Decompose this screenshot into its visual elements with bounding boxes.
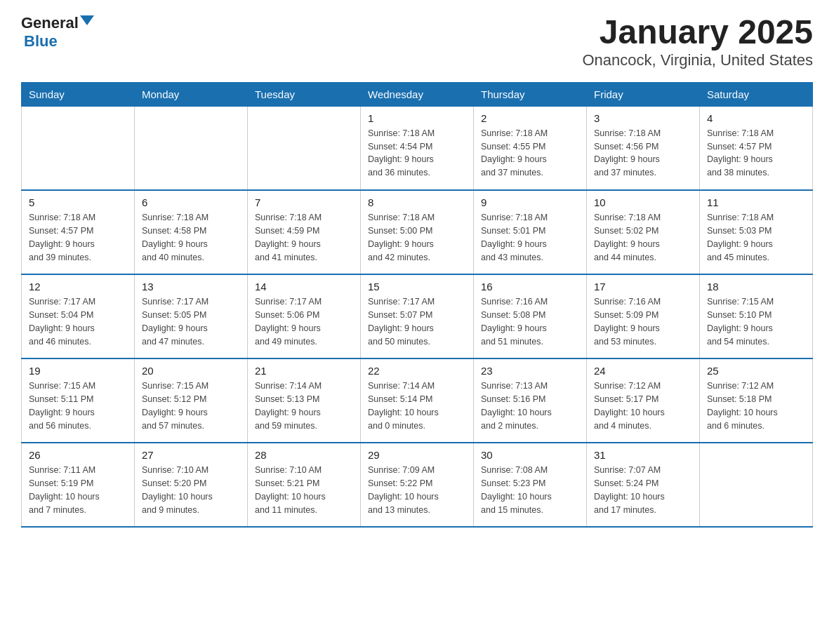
- calendar-table: SundayMondayTuesdayWednesdayThursdayFrid…: [21, 82, 813, 528]
- day-info: Sunrise: 7:18 AM Sunset: 4:56 PM Dayligh…: [594, 127, 692, 180]
- calendar-day-cell: [700, 443, 813, 527]
- calendar-day-cell: [135, 106, 248, 190]
- calendar-day-cell: 27Sunrise: 7:10 AM Sunset: 5:20 PM Dayli…: [135, 443, 248, 527]
- calendar-day-cell: 18Sunrise: 7:15 AM Sunset: 5:10 PM Dayli…: [700, 274, 813, 358]
- day-info: Sunrise: 7:09 AM Sunset: 5:22 PM Dayligh…: [368, 464, 466, 516]
- calendar-day-cell: 23Sunrise: 7:13 AM Sunset: 5:16 PM Dayli…: [474, 358, 587, 443]
- day-info: Sunrise: 7:18 AM Sunset: 4:57 PM Dayligh…: [29, 211, 127, 264]
- calendar-day-cell: 14Sunrise: 7:17 AM Sunset: 5:06 PM Dayli…: [248, 274, 361, 358]
- day-number: 12: [29, 281, 127, 293]
- calendar-day-cell: 22Sunrise: 7:14 AM Sunset: 5:14 PM Dayli…: [361, 358, 474, 443]
- day-info: Sunrise: 7:14 AM Sunset: 5:14 PM Dayligh…: [368, 380, 466, 432]
- calendar-day-cell: 5Sunrise: 7:18 AM Sunset: 4:57 PM Daylig…: [22, 190, 135, 274]
- calendar-day-cell: 1Sunrise: 7:18 AM Sunset: 4:54 PM Daylig…: [361, 106, 474, 190]
- day-info: Sunrise: 7:17 AM Sunset: 5:05 PM Dayligh…: [142, 295, 240, 348]
- day-info: Sunrise: 7:08 AM Sunset: 5:23 PM Dayligh…: [481, 464, 579, 516]
- day-info: Sunrise: 7:12 AM Sunset: 5:18 PM Dayligh…: [707, 380, 805, 432]
- calendar-day-cell: 16Sunrise: 7:16 AM Sunset: 5:08 PM Dayli…: [474, 274, 587, 358]
- calendar-day-cell: 8Sunrise: 7:18 AM Sunset: 5:00 PM Daylig…: [361, 190, 474, 274]
- calendar-day-cell: 11Sunrise: 7:18 AM Sunset: 5:03 PM Dayli…: [700, 190, 813, 274]
- day-number: 13: [142, 281, 240, 293]
- day-info: Sunrise: 7:18 AM Sunset: 5:00 PM Dayligh…: [368, 211, 466, 264]
- day-info: Sunrise: 7:10 AM Sunset: 5:20 PM Dayligh…: [142, 464, 240, 516]
- calendar-day-cell: 26Sunrise: 7:11 AM Sunset: 5:19 PM Dayli…: [22, 443, 135, 527]
- day-info: Sunrise: 7:18 AM Sunset: 4:55 PM Dayligh…: [481, 127, 579, 180]
- day-number: 5: [29, 196, 127, 208]
- calendar-day-cell: [248, 106, 361, 190]
- day-number: 31: [594, 449, 692, 461]
- page-subtitle: Onancock, Virginia, United States: [582, 51, 813, 69]
- day-number: 20: [142, 365, 240, 377]
- day-info: Sunrise: 7:16 AM Sunset: 5:09 PM Dayligh…: [594, 295, 692, 348]
- day-number: 26: [29, 449, 127, 461]
- calendar-day-cell: 17Sunrise: 7:16 AM Sunset: 5:09 PM Dayli…: [587, 274, 700, 358]
- day-number: 6: [142, 196, 240, 208]
- day-number: 1: [368, 112, 466, 124]
- calendar-day-cell: 2Sunrise: 7:18 AM Sunset: 4:55 PM Daylig…: [474, 106, 587, 190]
- day-number: 3: [594, 112, 692, 124]
- calendar-day-cell: [22, 106, 135, 190]
- calendar-day-cell: 19Sunrise: 7:15 AM Sunset: 5:11 PM Dayli…: [22, 358, 135, 443]
- day-info: Sunrise: 7:17 AM Sunset: 5:06 PM Dayligh…: [255, 295, 353, 348]
- logo-text-blue: Blue: [24, 32, 58, 50]
- logo: General Blue: [21, 14, 94, 51]
- day-number: 16: [481, 281, 579, 293]
- day-number: 9: [481, 196, 579, 208]
- day-number: 18: [707, 281, 805, 293]
- logo-text-general: General: [21, 14, 79, 32]
- calendar-day-cell: 15Sunrise: 7:17 AM Sunset: 5:07 PM Dayli…: [361, 274, 474, 358]
- day-info: Sunrise: 7:11 AM Sunset: 5:19 PM Dayligh…: [29, 464, 127, 516]
- day-info: Sunrise: 7:13 AM Sunset: 5:16 PM Dayligh…: [481, 380, 579, 432]
- calendar-weekday-header: Sunday: [22, 82, 135, 106]
- calendar-day-cell: 9Sunrise: 7:18 AM Sunset: 5:01 PM Daylig…: [474, 190, 587, 274]
- day-number: 10: [594, 196, 692, 208]
- day-info: Sunrise: 7:18 AM Sunset: 5:01 PM Dayligh…: [481, 211, 579, 264]
- calendar-weekday-header: Friday: [587, 82, 700, 106]
- day-number: 23: [481, 365, 579, 377]
- day-info: Sunrise: 7:12 AM Sunset: 5:17 PM Dayligh…: [594, 380, 692, 432]
- day-number: 27: [142, 449, 240, 461]
- calendar-header-row: SundayMondayTuesdayWednesdayThursdayFrid…: [22, 82, 813, 106]
- day-number: 14: [255, 281, 353, 293]
- calendar-week-row: 1Sunrise: 7:18 AM Sunset: 4:54 PM Daylig…: [22, 106, 813, 190]
- day-number: 24: [594, 365, 692, 377]
- day-info: Sunrise: 7:18 AM Sunset: 4:57 PM Dayligh…: [707, 127, 805, 180]
- calendar-day-cell: 7Sunrise: 7:18 AM Sunset: 4:59 PM Daylig…: [248, 190, 361, 274]
- page-header: General Blue January 2025 Onancock, Virg…: [21, 14, 813, 69]
- calendar-day-cell: 20Sunrise: 7:15 AM Sunset: 5:12 PM Dayli…: [135, 358, 248, 443]
- day-info: Sunrise: 7:15 AM Sunset: 5:12 PM Dayligh…: [142, 380, 240, 432]
- calendar-day-cell: 25Sunrise: 7:12 AM Sunset: 5:18 PM Dayli…: [700, 358, 813, 443]
- day-info: Sunrise: 7:18 AM Sunset: 4:59 PM Dayligh…: [255, 211, 353, 264]
- calendar-weekday-header: Tuesday: [248, 82, 361, 106]
- day-info: Sunrise: 7:10 AM Sunset: 5:21 PM Dayligh…: [255, 464, 353, 516]
- day-number: 4: [707, 112, 805, 124]
- logo-triangle-icon: [80, 15, 94, 25]
- day-info: Sunrise: 7:17 AM Sunset: 5:04 PM Dayligh…: [29, 295, 127, 348]
- day-info: Sunrise: 7:15 AM Sunset: 5:10 PM Dayligh…: [707, 295, 805, 348]
- calendar-week-row: 26Sunrise: 7:11 AM Sunset: 5:19 PM Dayli…: [22, 443, 813, 527]
- day-info: Sunrise: 7:18 AM Sunset: 4:58 PM Dayligh…: [142, 211, 240, 264]
- day-number: 11: [707, 196, 805, 208]
- day-info: Sunrise: 7:15 AM Sunset: 5:11 PM Dayligh…: [29, 380, 127, 432]
- calendar-day-cell: 3Sunrise: 7:18 AM Sunset: 4:56 PM Daylig…: [587, 106, 700, 190]
- day-number: 25: [707, 365, 805, 377]
- calendar-day-cell: 30Sunrise: 7:08 AM Sunset: 5:23 PM Dayli…: [474, 443, 587, 527]
- calendar-weekday-header: Thursday: [474, 82, 587, 106]
- calendar-day-cell: 6Sunrise: 7:18 AM Sunset: 4:58 PM Daylig…: [135, 190, 248, 274]
- calendar-day-cell: 12Sunrise: 7:17 AM Sunset: 5:04 PM Dayli…: [22, 274, 135, 358]
- day-info: Sunrise: 7:18 AM Sunset: 5:02 PM Dayligh…: [594, 211, 692, 264]
- day-number: 7: [255, 196, 353, 208]
- calendar-week-row: 5Sunrise: 7:18 AM Sunset: 4:57 PM Daylig…: [22, 190, 813, 274]
- calendar-day-cell: 24Sunrise: 7:12 AM Sunset: 5:17 PM Dayli…: [587, 358, 700, 443]
- calendar-day-cell: 10Sunrise: 7:18 AM Sunset: 5:02 PM Dayli…: [587, 190, 700, 274]
- day-number: 30: [481, 449, 579, 461]
- calendar-day-cell: 29Sunrise: 7:09 AM Sunset: 5:22 PM Dayli…: [361, 443, 474, 527]
- calendar-day-cell: 28Sunrise: 7:10 AM Sunset: 5:21 PM Dayli…: [248, 443, 361, 527]
- page-title: January 2025: [582, 14, 813, 51]
- calendar-weekday-header: Saturday: [700, 82, 813, 106]
- day-number: 28: [255, 449, 353, 461]
- day-number: 2: [481, 112, 579, 124]
- calendar-weekday-header: Monday: [135, 82, 248, 106]
- calendar-day-cell: 4Sunrise: 7:18 AM Sunset: 4:57 PM Daylig…: [700, 106, 813, 190]
- day-number: 17: [594, 281, 692, 293]
